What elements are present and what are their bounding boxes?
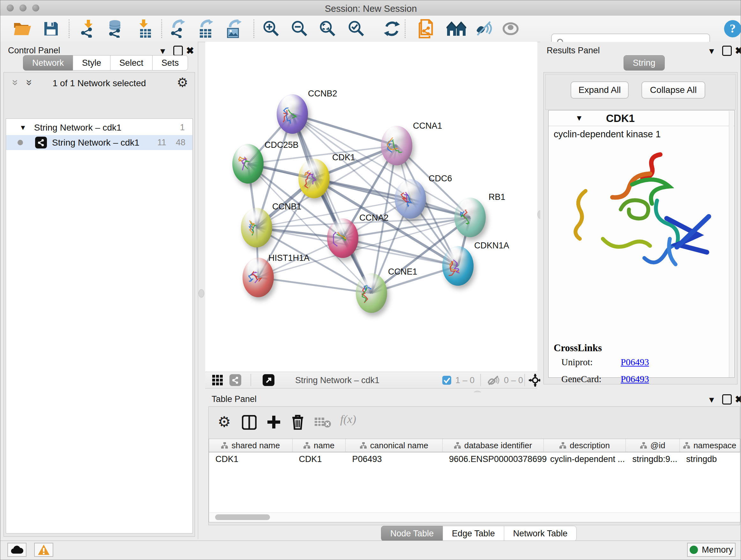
- import-table-file-button[interactable]: [134, 18, 155, 39]
- network-node-cdkn1a[interactable]: [442, 246, 474, 286]
- control-panel-close-button[interactable]: ✖: [186, 45, 194, 56]
- results-panel-tabs: String: [624, 55, 665, 71]
- crosslink-value-link[interactable]: P06493: [621, 374, 649, 384]
- table-settings-gear-icon[interactable]: ⚙: [218, 415, 231, 429]
- string-style-icon[interactable]: [229, 374, 241, 386]
- grid-view-icon[interactable]: [212, 375, 223, 387]
- hidden-eye-slash-icon[interactable]: [487, 375, 500, 386]
- memory-status-dot: [690, 546, 698, 554]
- add-column-icon[interactable]: [267, 415, 281, 430]
- warning-status-button[interactable]: [34, 543, 53, 557]
- network-canvas[interactable]: CCNB2CCNA1CDC25BCDK1CDC6RB1CCNB1CCNA2CDK…: [205, 42, 537, 372]
- selected-checkbox-icon[interactable]: [442, 375, 452, 386]
- tab-network-table[interactable]: Network Table: [504, 526, 577, 541]
- control-panel-menu-button[interactable]: ▼: [158, 46, 167, 56]
- save-session-button[interactable]: [41, 18, 62, 39]
- column-header-description[interactable]: description: [544, 439, 626, 452]
- zoom-fit-button[interactable]: [317, 18, 338, 39]
- column-header-id[interactable]: @id: [626, 439, 680, 452]
- two-houses-button[interactable]: [446, 18, 467, 39]
- network-row[interactable]: String Network – cdk1 11 48: [6, 135, 192, 150]
- node-table: shared namenamecanonical namedatabase id…: [209, 439, 740, 522]
- network-node-cdc25b[interactable]: [232, 144, 264, 184]
- table-panel-close-button[interactable]: ✖: [735, 394, 741, 405]
- import-network-file-button[interactable]: [77, 18, 98, 39]
- table-panel-menu-button[interactable]: ▼: [708, 395, 716, 405]
- toolbar-separator: [69, 19, 70, 38]
- network-node-ccna2[interactable]: [327, 219, 358, 258]
- results-panel-menu-button[interactable]: ▼: [708, 46, 716, 56]
- column-header-label: namespace: [693, 441, 736, 450]
- cloud-status-button[interactable]: [7, 543, 26, 557]
- export-table-button[interactable]: [196, 18, 217, 39]
- table-cell[interactable]: stringdb: [680, 452, 740, 466]
- refresh-layout-button[interactable]: [381, 18, 402, 39]
- export-image-button[interactable]: [224, 18, 245, 39]
- column-header-shared-name[interactable]: shared name: [209, 439, 293, 452]
- tab-sets[interactable]: Sets: [152, 55, 188, 71]
- main-toolbar: ?: [0, 16, 741, 42]
- show-column-icon[interactable]: [242, 415, 257, 431]
- network-collection-row[interactable]: ▼ String Network – cdk1 1: [6, 120, 192, 135]
- string-query-button[interactable]: [416, 18, 437, 39]
- open-session-button[interactable]: [12, 18, 33, 39]
- table-row[interactable]: CDK1CDK1P064939606.ENSP00000378699cyclin…: [209, 452, 740, 466]
- function-builder-icon[interactable]: f(x): [340, 413, 356, 426]
- network-node-cdk1[interactable]: [298, 159, 330, 198]
- birds-eye-crosshair-icon[interactable]: [529, 374, 542, 388]
- results-panel-close-button[interactable]: ✖: [735, 45, 741, 56]
- column-header-canonical-name[interactable]: canonical name: [346, 439, 443, 452]
- network-options-gear-icon[interactable]: ⚙: [177, 75, 188, 90]
- results-panel-float-button[interactable]: [722, 46, 732, 57]
- crosslink-value-link[interactable]: P06493: [621, 357, 649, 368]
- table-hscrollbar[interactable]: [209, 512, 740, 522]
- control-panel: Control Panel ▼ ✖ NetworkStyleSelectSets…: [0, 42, 198, 539]
- column-type-icon: [640, 442, 647, 449]
- protein-structure-image: [564, 143, 721, 277]
- table-header-row: shared namenamecanonical namedatabase id…: [209, 439, 740, 452]
- export-network-button[interactable]: [167, 18, 189, 39]
- network-node-ccne1[interactable]: [356, 273, 387, 313]
- column-header-database-identifier[interactable]: database identifier: [443, 439, 544, 452]
- results-scrollbar[interactable]: [729, 111, 734, 377]
- table-cell[interactable]: 9606.ENSP00000378699: [443, 452, 544, 466]
- help-button[interactable]: ?: [722, 18, 741, 39]
- glasses-toggle-button[interactable]: [474, 18, 495, 39]
- delete-table-icon[interactable]: [315, 417, 331, 429]
- table-cell[interactable]: cyclin-dependent ...: [544, 452, 626, 466]
- detach-view-button[interactable]: [263, 374, 274, 386]
- tab-node-table[interactable]: Node Table: [381, 526, 443, 541]
- tab-edge-table[interactable]: Edge Table: [443, 526, 504, 541]
- zoom-out-button[interactable]: [289, 18, 310, 39]
- tab-style[interactable]: Style: [73, 55, 111, 71]
- import-network-database-button[interactable]: [105, 18, 125, 39]
- table-cell[interactable]: P06493: [346, 452, 443, 466]
- table-cell[interactable]: CDK1: [293, 452, 346, 466]
- column-header-namespace[interactable]: namespace: [680, 439, 740, 452]
- memory-button[interactable]: Memory: [687, 543, 736, 557]
- tab-select[interactable]: Select: [110, 55, 152, 71]
- network-node-ccnb2[interactable]: [277, 94, 308, 134]
- network-node-rb1[interactable]: [455, 198, 486, 237]
- network-node-cdc6[interactable]: [395, 179, 426, 219]
- tab-string[interactable]: String: [623, 55, 665, 71]
- zoom-selected-button[interactable]: [346, 18, 367, 39]
- collapse-all-button[interactable]: Collapse All: [642, 81, 705, 99]
- eye-toggle-button[interactable]: [500, 18, 521, 39]
- table-hscrollbar-thumb[interactable]: [215, 514, 270, 520]
- zoom-in-button[interactable]: [261, 18, 282, 39]
- table-cell[interactable]: CDK1: [209, 452, 293, 466]
- network-node-hist1h1a[interactable]: [243, 258, 274, 297]
- network-node-ccnb1[interactable]: [241, 208, 272, 247]
- expand-all-button[interactable]: Expand All: [570, 81, 629, 99]
- tab-network[interactable]: Network: [23, 55, 73, 71]
- column-type-icon: [454, 442, 461, 449]
- left-splitter-handle[interactable]: [199, 289, 204, 298]
- collapse-triangle-icon[interactable]: ▼: [19, 124, 26, 132]
- delete-column-trash-icon[interactable]: [291, 415, 305, 431]
- protein-collapse-triangle[interactable]: ▼: [576, 114, 583, 123]
- column-header-name[interactable]: name: [293, 439, 346, 452]
- network-node-ccna1[interactable]: [381, 126, 412, 165]
- table-cell[interactable]: stringdb:9...: [626, 452, 680, 466]
- table-panel-float-button[interactable]: [722, 394, 732, 406]
